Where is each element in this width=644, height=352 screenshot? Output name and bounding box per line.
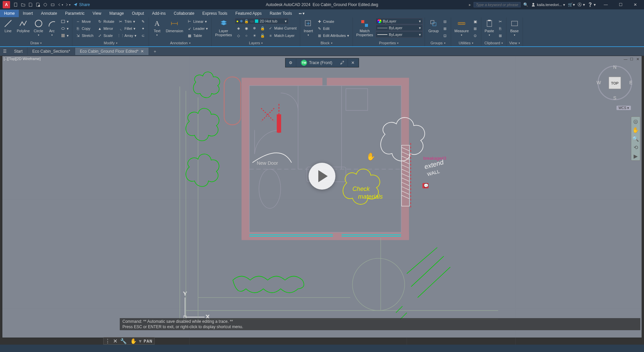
tab-sections[interactable]: Eco Cabin_Sections* bbox=[28, 48, 75, 55]
erase-button[interactable]: ✎ bbox=[139, 18, 147, 25]
share-button[interactable]: Share bbox=[73, 2, 90, 7]
qat-web-icon[interactable] bbox=[42, 2, 48, 8]
menu-collaborate[interactable]: Collaborate bbox=[170, 10, 198, 17]
group-edit-button[interactable]: ⊞ bbox=[441, 25, 449, 32]
panel-block-title[interactable]: Block bbox=[302, 40, 351, 46]
menu-addins[interactable]: Add-ins bbox=[148, 10, 170, 17]
play-overlay-icon[interactable] bbox=[309, 163, 335, 190]
fillet-button[interactable]: ◟Fillet ▾ bbox=[117, 25, 138, 32]
menu-raster[interactable]: Raster Tools bbox=[266, 10, 296, 17]
layer-frz-button[interactable]: ❄ bbox=[251, 25, 258, 32]
panel-utilities-title[interactable]: Utilities bbox=[453, 40, 479, 46]
leader-button[interactable]: ↙Leader ▾ bbox=[186, 25, 209, 32]
group-button[interactable]: Group bbox=[427, 18, 440, 34]
layer-on-button[interactable]: ○ bbox=[243, 32, 250, 39]
edit-block-button[interactable]: ✎Edit bbox=[316, 25, 351, 32]
layer-unlock-button[interactable]: 🔓 bbox=[259, 32, 266, 39]
select-all-button[interactable]: ▣ bbox=[472, 18, 479, 25]
layer-off-button[interactable]: ◉ bbox=[243, 25, 250, 32]
qat-saveas-icon[interactable] bbox=[35, 2, 41, 8]
linetype-dropdown[interactable]: ByLayer▾ bbox=[376, 25, 423, 31]
menu-view[interactable]: View bbox=[89, 10, 105, 17]
create-block-button[interactable]: ✚Create bbox=[316, 18, 351, 25]
explode-button[interactable]: ✦ bbox=[139, 25, 147, 32]
search-icon[interactable]: 🔍 bbox=[523, 2, 528, 7]
maximize-button[interactable]: ☐ bbox=[613, 0, 628, 9]
layer-thaw-button[interactable]: ☀ bbox=[251, 32, 258, 39]
qat-plot-icon[interactable] bbox=[50, 2, 56, 8]
panel-annotation-title[interactable]: Annotation bbox=[151, 40, 209, 46]
cart-icon[interactable]: 🛒▾ bbox=[568, 2, 575, 7]
text-button[interactable]: AText▾ bbox=[151, 18, 163, 37]
dimension-button[interactable]: Dimension bbox=[164, 18, 184, 34]
offset-button[interactable]: ⊂ bbox=[139, 32, 147, 39]
paste-button[interactable]: Paste▾ bbox=[483, 18, 495, 37]
panel-modify-title[interactable]: Modify bbox=[74, 40, 147, 46]
search-input[interactable] bbox=[474, 2, 521, 7]
cmd-close-icon[interactable]: ✕ bbox=[112, 338, 119, 344]
match-layer-button[interactable]: ≡Match Layer bbox=[267, 32, 296, 39]
copy-base-button[interactable]: ⊞ bbox=[497, 32, 504, 39]
mirror-button[interactable]: ▲Mirror bbox=[96, 25, 116, 32]
menu-output[interactable]: Output bbox=[128, 10, 148, 17]
group-sel-button[interactable]: ⊡ bbox=[441, 32, 449, 39]
qat-new-icon[interactable] bbox=[13, 2, 19, 8]
menu-overflow[interactable]: ▪▪ ▾ bbox=[296, 10, 307, 17]
layer-dropdown[interactable]: ●❄🔓▭2D Hot tub▾ bbox=[235, 18, 288, 24]
measure-button[interactable]: Measure▾ bbox=[453, 18, 470, 37]
menu-manage[interactable]: Manage bbox=[105, 10, 128, 17]
panel-view-title[interactable]: View bbox=[508, 40, 521, 46]
autodesk-icon[interactable]: Ⓐ ▾ bbox=[578, 2, 585, 8]
menu-insert[interactable]: Insert bbox=[19, 10, 37, 17]
panel-clipboard-title[interactable]: Clipboard bbox=[483, 40, 504, 46]
help-icon[interactable]: ❔ ▾ bbox=[588, 2, 596, 7]
calc-button[interactable]: ⊞ bbox=[472, 25, 479, 32]
qat-redo-icon[interactable]: ▾ bbox=[64, 2, 70, 8]
new-tab-button[interactable]: ＋ bbox=[149, 47, 161, 56]
rotate-button[interactable]: ↻Rotate bbox=[96, 18, 116, 25]
layer-uniso-button[interactable]: ◇ bbox=[235, 32, 242, 39]
layer-iso-button[interactable]: ◈ bbox=[235, 25, 242, 32]
color-dropdown[interactable]: ByLayer▾ bbox=[376, 18, 423, 24]
scale-button[interactable]: ⤢Scale bbox=[96, 32, 116, 39]
menu-parametric[interactable]: Parametric bbox=[61, 10, 89, 17]
minimize-button[interactable]: — bbox=[598, 0, 613, 9]
copy-clip-button[interactable]: ⎘ bbox=[497, 25, 504, 32]
command-input[interactable]: PAN bbox=[142, 339, 154, 344]
tabs-menu-icon[interactable]: ☰ bbox=[0, 47, 9, 56]
insert-block-button[interactable]: Insert▾ bbox=[302, 18, 314, 37]
menu-featured[interactable]: Featured Apps bbox=[231, 10, 266, 17]
cmd-options-icon[interactable]: ⋮ bbox=[104, 338, 112, 344]
menu-annotate[interactable]: Annotate bbox=[37, 10, 61, 17]
trim-button[interactable]: ✂Trim ▾ bbox=[117, 18, 138, 25]
arc-button[interactable]: Arc▾ bbox=[46, 18, 58, 37]
tab-start[interactable]: Start bbox=[9, 48, 28, 55]
base-view-button[interactable]: Base▾ bbox=[508, 18, 521, 37]
qat-save-icon[interactable] bbox=[28, 2, 34, 8]
linear-button[interactable]: ⊢Linear ▾ bbox=[186, 18, 209, 25]
ungroup-button[interactable]: ⊟ bbox=[441, 18, 449, 25]
move-button[interactable]: ↔Move bbox=[74, 18, 95, 25]
point-button[interactable]: ⊙ bbox=[472, 32, 479, 39]
ellipse-button[interactable]: ▾ bbox=[59, 25, 70, 32]
qat-undo-icon[interactable]: ▾ bbox=[57, 2, 63, 8]
app-logo-icon[interactable]: A bbox=[3, 1, 10, 8]
match-props-button[interactable]: Match Properties bbox=[355, 18, 374, 38]
cut-button[interactable]: ✂ bbox=[497, 18, 504, 25]
qat-open-icon[interactable] bbox=[20, 2, 26, 8]
polyline-button[interactable]: Polyline bbox=[15, 18, 31, 34]
circle-button[interactable]: Circle▾ bbox=[33, 18, 45, 37]
hatch-button[interactable]: ▾ bbox=[59, 32, 70, 39]
line-button[interactable]: Line bbox=[2, 18, 14, 34]
stretch-button[interactable]: ⇲Stretch bbox=[74, 32, 95, 39]
cmd-customize-icon[interactable]: 🔧 bbox=[119, 338, 128, 344]
layer-lock-button[interactable]: 🔒 bbox=[259, 25, 266, 32]
menu-express[interactable]: Express Tools bbox=[198, 10, 231, 17]
panel-draw-title[interactable]: Draw bbox=[2, 40, 70, 46]
user-menu[interactable]: kaila.tenedori... ▾ bbox=[531, 2, 566, 7]
close-button[interactable]: ✕ bbox=[628, 0, 643, 9]
layer-props-button[interactable]: Layer Properties bbox=[214, 18, 233, 38]
edit-attrs-button[interactable]: ⊞Edit Attributes ▾ bbox=[316, 32, 351, 39]
panel-groups-title[interactable]: Groups bbox=[427, 40, 449, 46]
tab-groundfloor[interactable]: Eco Cabin_Ground Floor Edited*✕ bbox=[75, 48, 149, 55]
